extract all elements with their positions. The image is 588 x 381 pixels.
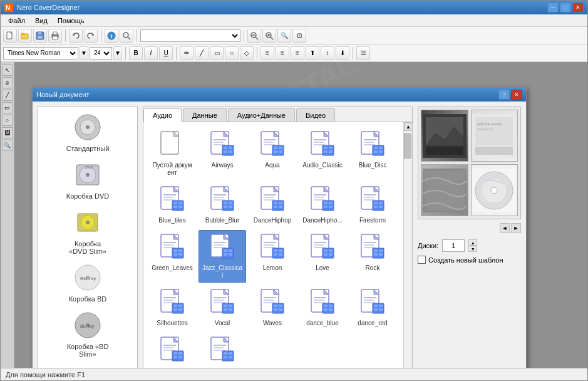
- svg-rect-160: [274, 253, 277, 256]
- tab-audio[interactable]: Аудио: [143, 108, 182, 122]
- close-button[interactable]: ✕: [572, 3, 584, 13]
- size-combo[interactable]: 24: [90, 47, 112, 60]
- file-item-aqua[interactable]: Aqua: [249, 127, 296, 180]
- new-button[interactable]: [3, 29, 17, 43]
- file-item-пустой_документ[interactable]: Пустой документ: [148, 127, 196, 180]
- save-button[interactable]: [33, 29, 47, 43]
- italic-button[interactable]: I: [144, 46, 158, 60]
- svg-rect-129: [379, 202, 383, 204]
- align-top[interactable]: ⬆: [306, 46, 319, 60]
- create-template-checkbox[interactable]: [418, 256, 426, 264]
- font-combo-arrow[interactable]: ▼: [80, 46, 88, 60]
- tab-data[interactable]: Данные: [183, 108, 227, 122]
- svg-rect-144: [214, 242, 226, 243]
- file-item-silhouettes[interactable]: Silhouettes: [148, 285, 196, 330]
- file-item-bubble_blur[interactable]: Bubble_Blur: [199, 182, 246, 227]
- files-grid: Пустой документ Airways Aqua: [148, 127, 398, 368]
- zoom-in-button[interactable]: [262, 29, 276, 43]
- template-bd-slim-label: Коробка «BDSlim»: [67, 343, 109, 358]
- file-item-disco[interactable]: disco: [148, 333, 196, 368]
- draw-pencil[interactable]: ✏: [180, 46, 193, 60]
- file-item-lemon[interactable]: Lemon: [249, 230, 296, 283]
- preview-next-button[interactable]: ►: [511, 223, 521, 233]
- maximize-button[interactable]: □: [560, 3, 571, 13]
- discs-increment[interactable]: ▲: [468, 239, 477, 246]
- file-item-green_leaves[interactable]: Green_Leaves: [148, 230, 196, 283]
- underline-button[interactable]: U: [159, 46, 173, 60]
- tab-video[interactable]: Видео: [296, 108, 335, 122]
- file-item-dance_red[interactable]: dance_red: [349, 285, 396, 330]
- create-template-label: Создать новый шаблон: [428, 256, 503, 264]
- svg-rect-210: [274, 308, 277, 311]
- font-combo[interactable]: Times New Roman: [3, 47, 78, 60]
- file-item-dancehiphop[interactable]: DanceHiphop: [249, 182, 296, 227]
- template-bd-box[interactable]: Blu-ray Коробка BD: [69, 263, 107, 303]
- draw-poly[interactable]: ◇: [240, 46, 254, 60]
- info-button[interactable]: i: [105, 29, 118, 43]
- menu-help[interactable]: Помощь: [53, 16, 90, 26]
- svg-rect-228: [374, 305, 378, 307]
- file-item-jazz[interactable]: jazz: [199, 333, 246, 368]
- svg-rect-51: [229, 150, 232, 153]
- app-title: Nero CoverDesigner: [17, 4, 80, 11]
- file-name: Bubble_Blur: [205, 217, 239, 224]
- file-item-airways[interactable]: Airways: [199, 127, 246, 180]
- draw-rect[interactable]: ▭: [210, 46, 224, 60]
- file-item-dance_blue[interactable]: dance_blue: [299, 285, 346, 330]
- size-combo-arrow[interactable]: ▼: [113, 46, 122, 60]
- file-item-waves[interactable]: Waves: [249, 285, 296, 330]
- file-item-love[interactable]: Love: [299, 230, 346, 283]
- minimize-button[interactable]: ─: [547, 3, 559, 13]
- align-middle[interactable]: ↕: [321, 46, 334, 60]
- zoom-fit-button[interactable]: 🔍: [277, 29, 291, 43]
- template-bd-slim[interactable]: Blu-ray Коробка «BDSlim»: [67, 310, 109, 358]
- discs-input[interactable]: [442, 239, 465, 252]
- scroll-thumb[interactable]: [404, 133, 411, 159]
- dialog-close-button[interactable]: ✕: [511, 90, 522, 100]
- scroll-up-arrow[interactable]: ▲: [404, 122, 412, 131]
- file-item-jazz_classical[interactable]: Jazz_Classical: [199, 230, 246, 283]
- undo-button[interactable]: [69, 29, 83, 43]
- template-dvd-box[interactable]: DVD Коробка DVD: [66, 160, 110, 200]
- svg-rect-65: [314, 142, 324, 143]
- file-item-blue_disc[interactable]: Blue_Disc: [349, 127, 396, 180]
- menu-view[interactable]: Вид: [30, 16, 53, 26]
- file-item-vocal[interactable]: Vocal: [199, 285, 246, 330]
- open-button[interactable]: [18, 29, 32, 43]
- view-combo[interactable]: [140, 29, 240, 42]
- align-left[interactable]: ≡: [260, 46, 274, 60]
- template-dvd-label: Коробка DVD: [66, 192, 110, 200]
- svg-point-15: [123, 33, 128, 38]
- tab-audio-data[interactable]: Аудио+Данные: [228, 108, 295, 122]
- draw-ellipse[interactable]: ○: [225, 46, 239, 60]
- format-extra[interactable]: ☰: [356, 46, 370, 60]
- draw-line[interactable]: ╱: [195, 46, 209, 60]
- file-item-firestorm[interactable]: Firestorm: [349, 182, 396, 227]
- file-item-dancehipho...[interactable]: DanceHipho...: [299, 182, 346, 227]
- template-dvd-slim[interactable]: Коробка«DVD Slim»: [69, 207, 106, 255]
- svg-rect-84: [163, 194, 176, 196]
- file-item-audio_classic[interactable]: Audio_Classic: [299, 127, 346, 180]
- print-button[interactable]: [48, 29, 62, 43]
- template-standard[interactable]: Стандартный: [66, 112, 110, 152]
- menu-file[interactable]: Файл: [3, 16, 30, 26]
- redo-button[interactable]: [84, 29, 98, 43]
- align-right[interactable]: ≡: [291, 46, 304, 60]
- zoom-out-button[interactable]: [247, 29, 261, 43]
- file-item-blue_tiles[interactable]: Blue_tiles: [148, 182, 196, 227]
- template-dvd-slim-icon: [73, 207, 103, 237]
- zoom-page-button[interactable]: ⊡: [292, 29, 306, 43]
- svg-point-26: [86, 125, 90, 129]
- discs-decrement[interactable]: ▼: [468, 246, 477, 252]
- align-center[interactable]: ≡: [276, 46, 289, 60]
- search-button[interactable]: [120, 29, 133, 43]
- svg-rect-6: [38, 32, 41, 34]
- files-scrollbar[interactable]: ▲ ▼: [403, 122, 412, 368]
- dialog-help-button[interactable]: ?: [498, 90, 510, 100]
- align-bottom[interactable]: ⬇: [336, 46, 349, 60]
- file-name: Silhouettes: [157, 320, 187, 327]
- file-item-rock[interactable]: Rock: [349, 230, 396, 283]
- svg-rect-204: [264, 297, 276, 298]
- bold-button[interactable]: B: [129, 46, 143, 60]
- preview-prev-button[interactable]: ◄: [500, 223, 510, 233]
